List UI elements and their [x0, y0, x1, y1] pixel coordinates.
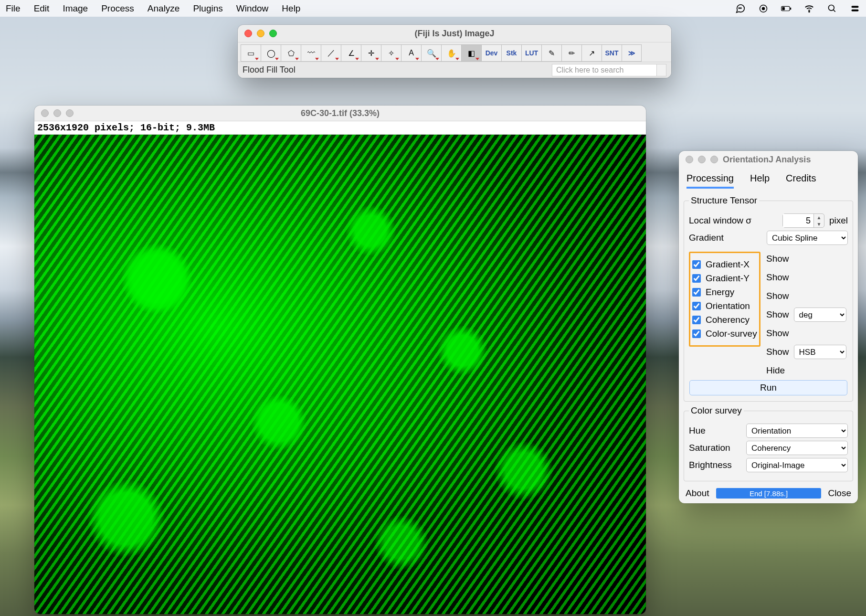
- checkbox-label-energy: Energy: [706, 287, 734, 297]
- zoom-window-button[interactable]: [66, 109, 74, 117]
- close-window-button[interactable]: [244, 30, 252, 37]
- brightness-label: Brightness: [689, 460, 741, 470]
- menu-file[interactable]: File: [6, 3, 21, 14]
- wand-tool[interactable]: ✧: [381, 44, 401, 62]
- flood-fill-tool[interactable]: ◧: [461, 44, 481, 62]
- local-window-sigma-spinner[interactable]: ▲ ▼: [782, 213, 824, 228]
- menu-analyze[interactable]: Analyze: [148, 3, 180, 14]
- check-row-gradient-x: Gradient-X: [692, 259, 757, 270]
- show-label-coherency: Show: [766, 328, 789, 339]
- line-tool[interactable]: ／: [321, 44, 341, 62]
- step-up-icon[interactable]: ▲: [814, 214, 824, 221]
- checkbox-energy[interactable]: [692, 288, 701, 297]
- minimize-window-button[interactable]: [257, 30, 264, 37]
- close-button[interactable]: Close: [828, 488, 851, 499]
- run-button[interactable]: Run: [689, 380, 847, 395]
- brightness-select[interactable]: Original-Image: [746, 458, 848, 472]
- tab-processing[interactable]: Processing: [686, 173, 734, 189]
- local-window-sigma-unit: pixel: [829, 215, 848, 226]
- gradient-select[interactable]: Cubic Spline: [767, 231, 848, 245]
- tab-credits[interactable]: Credits: [786, 173, 816, 189]
- polygon-tool[interactable]: ⬠: [281, 44, 301, 62]
- zoom-window-button[interactable]: [269, 30, 277, 37]
- angle-tool[interactable]: ∠: [341, 44, 361, 62]
- show-label-energy: Show: [766, 291, 789, 301]
- menu-window[interactable]: Window: [236, 3, 269, 14]
- imagej-window-title: (Fiji Is Just) ImageJ: [238, 29, 671, 39]
- oval-tool[interactable]: ◯: [261, 44, 281, 62]
- about-button[interactable]: About: [686, 488, 709, 499]
- imagej-titlebar[interactable]: (Fiji Is Just) ImageJ: [238, 25, 671, 42]
- hide-label: Hide: [766, 365, 785, 376]
- brush-tool[interactable]: ✎: [541, 44, 561, 62]
- imagej-main-window: (Fiji Is Just) ImageJ ▭◯⬠〰／∠✛✧A🔍✋◧DevStk…: [238, 25, 671, 78]
- chat-icon[interactable]: [735, 3, 746, 14]
- point-tool[interactable]: ✛: [361, 44, 381, 62]
- stk-tool[interactable]: Stk: [501, 44, 521, 62]
- checkbox-label-gradient-y: Gradient-Y: [706, 273, 750, 284]
- lut-tool[interactable]: LUT: [521, 44, 541, 62]
- show-label-gradient-x: Show: [766, 254, 789, 264]
- snt-tool[interactable]: SNT: [602, 44, 622, 62]
- menu-help[interactable]: Help: [282, 3, 300, 14]
- hue-select[interactable]: Orientation: [746, 424, 848, 438]
- svg-rect-11: [852, 9, 859, 11]
- dev-tool[interactable]: Dev: [481, 44, 501, 62]
- menu-edit[interactable]: Edit: [34, 3, 50, 14]
- svg-rect-5: [782, 7, 785, 10]
- checkbox-orientation[interactable]: [692, 302, 701, 310]
- svg-line-9: [834, 10, 835, 11]
- imagej-search-dropdown[interactable]: [657, 64, 666, 76]
- local-window-sigma-input[interactable]: [783, 214, 813, 227]
- close-window-button[interactable]: [41, 109, 49, 117]
- battery-icon[interactable]: [781, 3, 792, 14]
- minimize-window-button[interactable]: [698, 156, 706, 163]
- checkbox-color-survey[interactable]: [692, 329, 701, 338]
- image-window: 69C-30-1.tif (33.3%) 2536x1920 pixels; 1…: [34, 106, 646, 614]
- wifi-icon[interactable]: [804, 3, 814, 14]
- minimize-window-button[interactable]: [53, 109, 61, 117]
- freehand-tool[interactable]: 〰: [301, 44, 321, 62]
- checkbox-coherency[interactable]: [692, 316, 701, 324]
- svg-point-3: [762, 7, 765, 10]
- svg-rect-6: [790, 7, 791, 10]
- zoom-window-button[interactable]: [710, 156, 718, 163]
- gradient-label: Gradient: [689, 233, 724, 243]
- control-center-icon[interactable]: [850, 3, 860, 14]
- hand-tool[interactable]: ✋: [441, 44, 461, 62]
- pencil-tool[interactable]: ✏: [561, 44, 581, 62]
- svg-point-0: [739, 8, 739, 9]
- image-canvas[interactable]: [34, 135, 646, 614]
- show-row-gradient-x: Show: [766, 251, 848, 266]
- macos-menubar: File Edit Image Process Analyze Plugins …: [0, 0, 866, 17]
- show-select-color-survey[interactable]: HSB: [794, 345, 846, 359]
- imagej-status-text: Flood Fill Tool: [243, 65, 296, 75]
- zoom-tool[interactable]: 🔍: [421, 44, 441, 62]
- show-label-gradient-y: Show: [766, 272, 789, 283]
- show-row-color-survey: ShowHSB: [766, 344, 848, 360]
- rectangle-tool[interactable]: ▭: [241, 44, 261, 62]
- hue-label: Hue: [689, 425, 741, 436]
- text-tool[interactable]: A: [401, 44, 421, 62]
- menu-plugins[interactable]: Plugins: [193, 3, 222, 14]
- show-select-orientation[interactable]: deg: [794, 308, 846, 322]
- close-window-button[interactable]: [686, 156, 693, 163]
- menu-image[interactable]: Image: [63, 3, 88, 14]
- color-survey-group: Color survey Hue Orientation Saturation …: [684, 405, 853, 481]
- imagej-toolbar: ▭◯⬠〰／∠✛✧A🔍✋◧DevStkLUT✎✏↗SNT≫: [238, 42, 671, 62]
- more-tool[interactable]: ≫: [622, 44, 642, 62]
- checkbox-gradient-y[interactable]: [692, 274, 701, 283]
- checks-highlight-box: Gradient-XGradient-YEnergyOrientationCoh…: [689, 252, 760, 347]
- screen-record-icon[interactable]: [758, 3, 769, 14]
- arrow-tool[interactable]: ↗: [581, 44, 602, 62]
- saturation-select[interactable]: Coherency: [746, 441, 848, 455]
- step-down-icon[interactable]: ▼: [814, 221, 824, 227]
- menu-process[interactable]: Process: [101, 3, 134, 14]
- check-row-coherency: Coherency: [692, 315, 757, 325]
- imagej-search-input[interactable]: Click here to search: [552, 64, 657, 76]
- image-info-line: 2536x1920 pixels; 16-bit; 9.3MB: [34, 121, 646, 135]
- checkbox-gradient-x[interactable]: [692, 260, 701, 269]
- tab-help[interactable]: Help: [750, 173, 770, 189]
- spotlight-icon[interactable]: [827, 3, 837, 14]
- show-label-color-survey: Show: [766, 347, 789, 357]
